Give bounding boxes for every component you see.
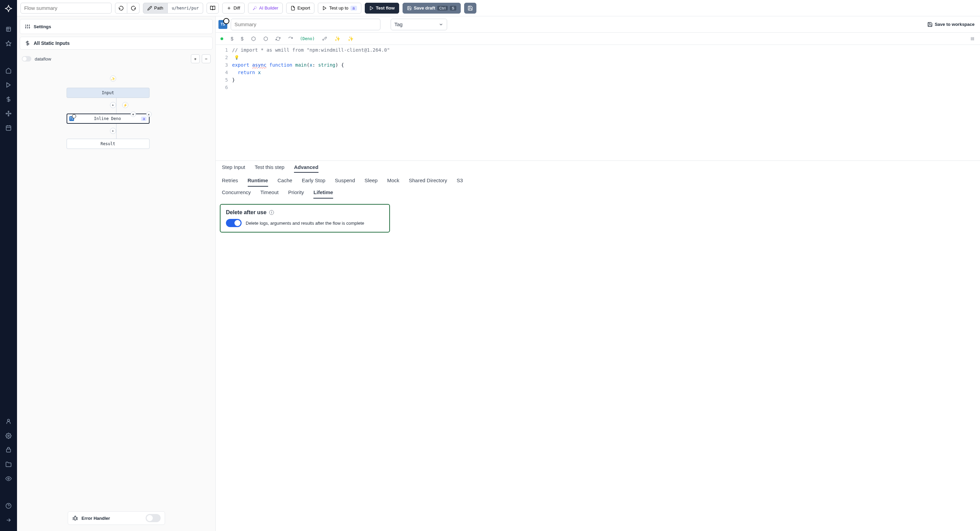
graph-node-input[interactable]: Input (66, 88, 150, 98)
svg-point-12 (8, 478, 10, 480)
wand-icon[interactable]: ✨ (334, 36, 340, 41)
box-icon-1[interactable] (251, 36, 256, 41)
folder-icon[interactable] (5, 460, 13, 468)
diff-button[interactable]: Diff (222, 3, 244, 14)
tab-test-this-step[interactable]: Test this step (255, 164, 285, 173)
svg-rect-16 (74, 517, 76, 520)
export-button[interactable]: Export (286, 3, 315, 14)
docs-button[interactable] (207, 3, 219, 14)
graph-node-result[interactable]: Result (66, 139, 150, 149)
error-handler-label: Error Handler (82, 516, 110, 521)
magic-wand-icon[interactable]: ✨ (110, 76, 116, 82)
graph-node-inline-deno[interactable]: TS Inline Deno a ✥ ✕ (66, 114, 150, 124)
subtab-sleep[interactable]: Sleep (364, 178, 377, 187)
columns-icon[interactable] (970, 36, 975, 41)
workers-icon[interactable] (5, 446, 13, 454)
path-value[interactable]: u/henri/pur (168, 3, 203, 14)
delete-after-use-toggle[interactable] (226, 219, 242, 227)
svg-point-3 (8, 113, 10, 114)
refresh-icon[interactable] (275, 36, 280, 41)
brush-icon[interactable] (322, 36, 327, 41)
editor-toolbar: $ $ (Deno) ✨ ✨ (216, 33, 980, 45)
schedules-icon[interactable] (5, 124, 13, 132)
settings-header[interactable]: Settings (20, 19, 213, 34)
test-flow-button[interactable]: Test flow (365, 3, 399, 14)
step-summary-input[interactable] (231, 19, 380, 30)
chevron-down-icon (439, 22, 443, 27)
svg-rect-11 (6, 449, 11, 452)
wand-off-icon[interactable]: ✨ (348, 36, 353, 41)
dollar-icon-1[interactable]: $ (231, 36, 234, 41)
subtab-suspend[interactable]: Suspend (335, 178, 355, 187)
help-icon[interactable] (5, 502, 13, 510)
save-draft-button[interactable]: Save draft Ctrl S (402, 3, 461, 14)
add-trigger-button[interactable]: ⚡ (122, 102, 128, 108)
workspace-icon[interactable] (5, 25, 13, 33)
collapse-icon[interactable] (5, 516, 13, 524)
variables-icon[interactable] (5, 95, 13, 103)
svg-marker-15 (370, 6, 372, 10)
svg-marker-1 (6, 41, 11, 46)
subtab-concurrency[interactable]: Concurrency (222, 189, 251, 198)
tab-advanced[interactable]: Advanced (294, 164, 318, 173)
test-up-to-badge: a (350, 6, 357, 11)
subtab-cache[interactable]: Cache (278, 178, 292, 187)
svg-point-4 (8, 111, 9, 112)
path-button[interactable]: Path (143, 3, 168, 14)
test-up-to-button[interactable]: Test up to a (318, 3, 361, 14)
delete-after-use-title: Delete after use (226, 209, 266, 216)
subtab-shared-directory[interactable]: Shared Directory (409, 178, 447, 187)
undo-button[interactable] (115, 3, 127, 14)
windmill-logo[interactable] (5, 5, 12, 12)
flow-graph-panel: Settings All Static Inputs dataflow + − … (17, 16, 216, 531)
lightbulb-icon[interactable]: 💡 (234, 54, 239, 61)
refresh-deno-icon[interactable] (288, 36, 293, 41)
dollar-icon-2[interactable]: $ (241, 36, 243, 41)
runs-icon[interactable] (5, 81, 13, 89)
add-step-button-2[interactable]: + (110, 128, 116, 134)
add-step-button[interactable]: + (110, 102, 116, 108)
subtab-runtime[interactable]: Runtime (248, 178, 268, 187)
subtab-retries[interactable]: Retries (222, 178, 238, 187)
dataflow-toggle[interactable] (22, 56, 31, 62)
gear-icon[interactable] (5, 432, 13, 440)
eye-icon[interactable] (5, 475, 13, 483)
subtab-lifetime[interactable]: Lifetime (313, 189, 333, 198)
subtab-priority[interactable]: Priority (288, 189, 304, 198)
svg-rect-8 (6, 126, 11, 130)
home-icon[interactable] (5, 67, 13, 75)
typescript-icon: TS (69, 116, 74, 121)
svg-point-10 (8, 435, 10, 437)
zoom-in-button[interactable]: + (191, 54, 200, 63)
tab-step-input[interactable]: Step Input (222, 164, 245, 173)
zoom-out-button[interactable]: − (202, 54, 211, 63)
step-editor-panel: TS Tag Save to workspace $ $ ( (216, 16, 980, 531)
move-node-icon[interactable]: ✥ (130, 111, 136, 117)
svg-marker-2 (7, 82, 11, 87)
svg-point-6 (6, 113, 7, 114)
subtab-early-stop[interactable]: Early Stop (302, 178, 325, 187)
subtab-s3[interactable]: S3 (457, 178, 463, 187)
subtab-mock[interactable]: Mock (387, 178, 399, 187)
deploy-button[interactable] (464, 3, 476, 14)
sub-tabs-1: Retries Runtime Cache Early Stop Suspend… (216, 175, 980, 187)
star-icon[interactable] (5, 40, 13, 48)
error-handler-toggle[interactable] (146, 514, 161, 522)
tag-select[interactable]: Tag (391, 19, 447, 30)
box-icon-2[interactable] (263, 36, 268, 41)
ai-builder-button[interactable]: AI Builder (248, 3, 283, 14)
info-icon[interactable]: i (269, 210, 274, 215)
all-static-inputs-header[interactable]: All Static Inputs (20, 37, 213, 50)
users-icon[interactable] (5, 417, 13, 426)
flow-summary-input[interactable] (21, 3, 111, 14)
code-editor[interactable]: 123456 💡 // import * as wmill from "npm:… (216, 45, 980, 160)
app-sidebar (0, 0, 17, 531)
step-typescript-icon: TS (218, 20, 227, 29)
delete-node-icon[interactable]: ✕ (146, 111, 151, 117)
resources-icon[interactable] (5, 109, 13, 117)
save-to-workspace-button[interactable]: Save to workspace (924, 22, 977, 27)
svg-rect-0 (6, 27, 11, 31)
subtab-timeout[interactable]: Timeout (260, 189, 279, 198)
redo-button[interactable] (127, 3, 140, 14)
svg-point-5 (8, 115, 9, 116)
